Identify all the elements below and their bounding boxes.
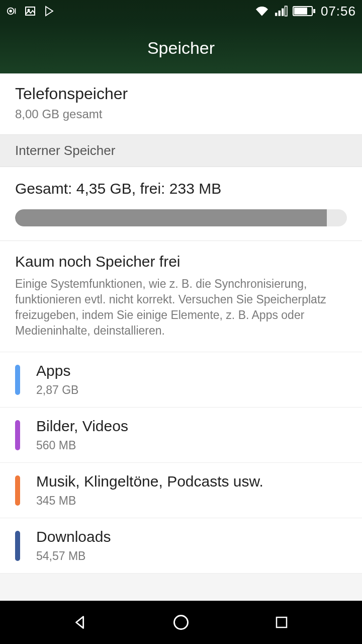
category-label: Apps bbox=[36, 362, 78, 379]
recent-apps-button[interactable] bbox=[270, 611, 293, 633]
svg-point-1 bbox=[10, 10, 12, 12]
category-label: Bilder, Videos bbox=[36, 418, 128, 435]
play-store-icon bbox=[43, 5, 55, 17]
status-time: 07:56 bbox=[321, 4, 356, 19]
svg-rect-8 bbox=[285, 6, 287, 16]
phone-storage-total: 8,00 GB gesamt bbox=[15, 107, 347, 121]
svg-point-12 bbox=[174, 616, 188, 629]
phone-storage-card[interactable]: Telefonspeicher 8,00 GB gesamt bbox=[0, 73, 362, 135]
category-size: 560 MB bbox=[36, 439, 128, 452]
usage-summary: Gesamt: 4,35 GB, frei: 233 MB bbox=[15, 180, 347, 197]
warning-title: Kaum noch Speicher frei bbox=[15, 253, 347, 270]
low-storage-warning: Kaum noch Speicher frei Einige Systemfun… bbox=[0, 241, 362, 352]
category-label: Musik, Klingeltöne, Podcasts usw. bbox=[36, 473, 263, 490]
warning-text: Einige Systemfunktionen, wie z. B. die S… bbox=[15, 276, 347, 339]
storage-category-row[interactable]: Bilder, Videos560 MB bbox=[0, 408, 362, 463]
category-color-bar bbox=[15, 475, 20, 506]
picture-icon bbox=[24, 5, 36, 17]
category-size: 2,87 GB bbox=[36, 383, 78, 397]
navigation-bar bbox=[0, 601, 362, 644]
category-color-bar bbox=[15, 365, 20, 395]
content-scroll[interactable]: Telefonspeicher 8,00 GB gesamt Interner … bbox=[0, 73, 362, 601]
category-size: 54,57 MB bbox=[36, 549, 111, 563]
home-button[interactable] bbox=[170, 611, 192, 633]
svg-rect-7 bbox=[282, 9, 284, 16]
svg-rect-10 bbox=[294, 8, 307, 15]
record-icon bbox=[6, 6, 17, 17]
back-button[interactable] bbox=[69, 611, 92, 633]
category-size: 345 MB bbox=[36, 494, 263, 508]
storage-category-row[interactable]: Musik, Klingeltöne, Podcasts usw.345 MB bbox=[0, 463, 362, 518]
internal-storage-subheader: Interner Speicher bbox=[0, 135, 362, 167]
phone-storage-title: Telefonspeicher bbox=[15, 85, 347, 103]
storage-progress-bar bbox=[15, 209, 347, 226]
svg-rect-13 bbox=[277, 617, 287, 627]
category-color-bar bbox=[15, 420, 20, 450]
wifi-icon bbox=[254, 5, 269, 17]
storage-category-row[interactable]: Downloads54,57 MB bbox=[0, 518, 362, 574]
svg-rect-11 bbox=[313, 9, 315, 13]
svg-rect-5 bbox=[275, 13, 277, 16]
storage-category-row[interactable]: Apps2,87 GB bbox=[0, 352, 362, 408]
signal-icon bbox=[275, 6, 288, 17]
category-color-bar bbox=[15, 531, 20, 561]
battery-icon bbox=[293, 6, 316, 17]
status-bar: 07:56 bbox=[0, 0, 362, 22]
svg-rect-6 bbox=[279, 11, 281, 16]
category-label: Downloads bbox=[36, 528, 111, 545]
page-header: Speicher bbox=[0, 22, 362, 73]
page-title: Speicher bbox=[147, 38, 215, 58]
storage-progress-fill bbox=[15, 209, 327, 226]
usage-card: Gesamt: 4,35 GB, frei: 233 MB bbox=[0, 167, 362, 241]
